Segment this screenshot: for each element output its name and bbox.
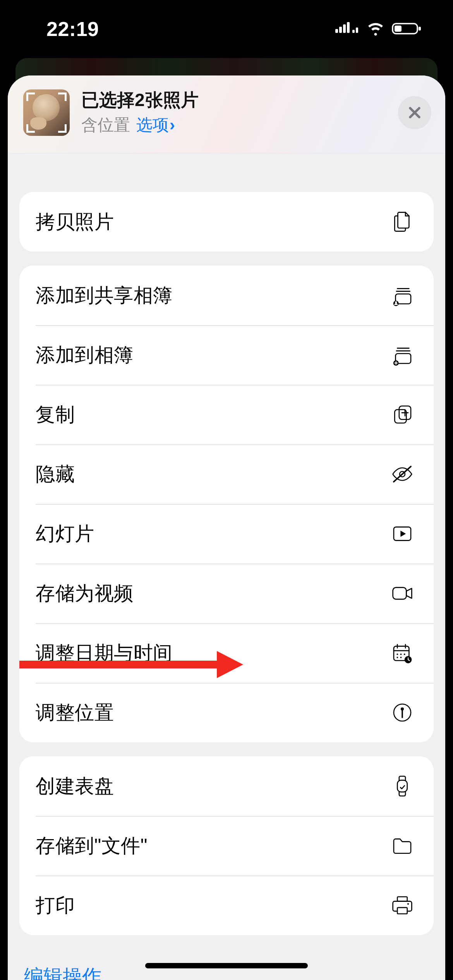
svg-rect-5: [356, 27, 358, 33]
copy-doc-icon: [390, 209, 415, 235]
action-adjust-location[interactable]: 调整位置: [19, 683, 434, 742]
header-subtitle: 含位置: [81, 114, 130, 136]
action-group: 添加到共享相簿添加到相簿复制隐藏幻灯片存储为视频调整日期与时间调整位置: [19, 266, 434, 742]
slideshow-icon: [390, 521, 415, 547]
pin-circle-icon: [390, 700, 415, 725]
svg-rect-8: [419, 27, 421, 31]
action-label: 拷贝照片: [36, 210, 114, 233]
folder-icon: [390, 833, 415, 858]
printer-icon: [390, 893, 415, 918]
action-group: 创建表盘存储到"文件"打印: [19, 756, 434, 935]
home-indicator: [145, 963, 308, 968]
action-save-as-video[interactable]: 存储为视频: [19, 564, 434, 623]
action-slideshow[interactable]: 幻灯片: [19, 504, 434, 564]
add-album-icon: [390, 342, 415, 368]
hide-icon: [390, 461, 415, 487]
svg-rect-1: [339, 27, 342, 33]
action-label: 隐藏: [36, 463, 75, 486]
options-button[interactable]: 选项 ›: [136, 114, 175, 136]
action-label: 添加到相簿: [36, 343, 134, 367]
status-bar: 22:19: [0, 0, 453, 58]
action-adjust-datetime[interactable]: 调整日期与时间: [19, 623, 434, 683]
svg-rect-0: [335, 29, 338, 33]
action-label: 添加到共享相簿: [36, 284, 173, 307]
shared-album-icon: [390, 283, 415, 308]
calendar-clock-icon: [390, 640, 415, 666]
action-group: 拷贝照片: [19, 192, 434, 252]
action-copy-photos[interactable]: 拷贝照片: [19, 192, 434, 252]
share-sheet: 已选择2张照片 含位置 选项 › 拷贝照片添加到共享相簿添加到相簿复制隐藏幻灯片…: [8, 75, 445, 980]
action-label: 存储为视频: [36, 582, 134, 605]
action-hide[interactable]: 隐藏: [19, 444, 434, 504]
action-create-watchface[interactable]: 创建表盘: [19, 756, 434, 816]
selection-thumbnail[interactable]: [23, 89, 70, 136]
cellular-dual-icon: [335, 21, 359, 38]
wifi-icon: [366, 21, 385, 38]
share-sheet-header: 已选择2张照片 含位置 选项 ›: [8, 75, 445, 153]
video-icon: [390, 581, 415, 606]
close-icon: [407, 105, 422, 120]
action-label: 存储到"文件": [36, 834, 148, 857]
action-label: 复制: [36, 403, 75, 426]
action-print[interactable]: 打印: [19, 875, 434, 935]
status-time: 22:19: [46, 17, 99, 41]
svg-rect-7: [395, 26, 402, 32]
action-duplicate[interactable]: 复制: [19, 385, 434, 444]
action-label: 打印: [36, 894, 75, 917]
action-add-album[interactable]: 添加到相簿: [19, 325, 434, 385]
battery-icon: [392, 21, 422, 38]
svg-rect-4: [352, 30, 355, 33]
action-label: 创建表盘: [36, 774, 114, 798]
duplicate-icon: [390, 402, 415, 427]
action-save-to-files[interactable]: 存储到"文件": [19, 816, 434, 875]
chevron-right-icon: ›: [170, 116, 175, 134]
status-icons: [335, 21, 422, 38]
close-button[interactable]: [398, 96, 431, 129]
sheet-body: 拷贝照片添加到共享相簿添加到相簿复制隐藏幻灯片存储为视频调整日期与时间调整位置创…: [8, 153, 445, 980]
action-label: 幻灯片: [36, 522, 94, 545]
watch-icon: [390, 773, 415, 799]
svg-rect-2: [343, 24, 346, 33]
action-add-shared-album[interactable]: 添加到共享相簿: [19, 266, 434, 325]
header-title: 已选择2张照片: [81, 89, 398, 111]
action-label: 调整位置: [36, 701, 114, 724]
action-label: 调整日期与时间: [36, 641, 173, 665]
svg-rect-3: [347, 22, 350, 33]
